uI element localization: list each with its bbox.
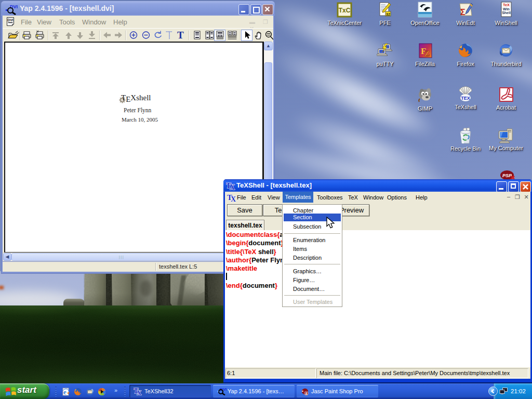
svg-text:X: X: [231, 195, 236, 202]
svg-text:32: 32: [386, 12, 390, 16]
svg-text:Shell: Shell: [502, 11, 511, 15]
svg-text:DVI: DVI: [8, 18, 14, 22]
svg-text:X: X: [230, 183, 235, 190]
svg-text:DVI: DVI: [10, 4, 18, 9]
svg-text:TEX: TEX: [461, 96, 470, 101]
svg-text:Z: Z: [424, 49, 430, 58]
svg-text:TxC: TxC: [339, 7, 351, 14]
svg-text:X: X: [137, 389, 142, 395]
svg-text:PSP: PSP: [502, 173, 512, 178]
svg-text:TeX: TeX: [503, 3, 510, 7]
svg-text:Σ: Σ: [460, 8, 466, 17]
svg-text:Win: Win: [503, 7, 510, 11]
svg-text:T: T: [177, 30, 184, 41]
svg-text:8: 8: [305, 391, 307, 395]
